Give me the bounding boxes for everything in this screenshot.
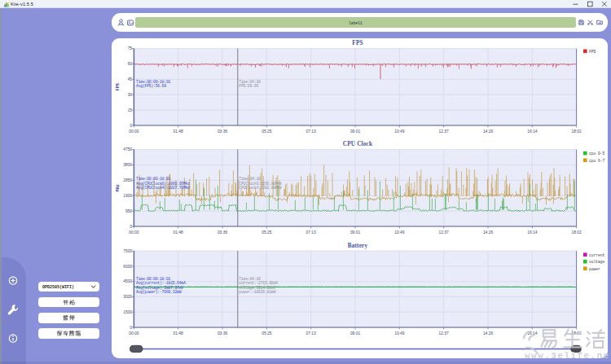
svg-text:FPS:59.96: FPS:59.96 <box>239 84 258 88</box>
svg-text:05:25: 05:25 <box>262 129 272 134</box>
svg-text:Avg(CPUClock0):1060.95MHz: Avg(CPUClock0):1060.95MHz <box>136 182 190 186</box>
svg-text:01:48: 01:48 <box>174 230 184 235</box>
svg-text:3000: 3000 <box>123 295 132 299</box>
svg-text:Time:04:10: Time:04:10 <box>239 80 261 84</box>
svg-text:00:00: 00:00 <box>129 331 139 335</box>
svg-text:12:37: 12:37 <box>438 230 449 235</box>
svg-text:voltage: voltage <box>589 260 605 264</box>
svg-text:03:36: 03:36 <box>218 331 228 335</box>
svg-text:10:49: 10:49 <box>394 129 405 134</box>
svg-text:CPU Clock: CPU Clock <box>343 140 373 147</box>
svg-text:45: 45 <box>128 77 133 81</box>
svg-text:07:13: 07:13 <box>306 230 317 235</box>
svg-text:current: current <box>589 253 605 257</box>
svg-text:FPS: FPS <box>589 50 596 54</box>
svg-text:950: 950 <box>125 209 132 213</box>
svg-text:14:26: 14:26 <box>483 230 494 235</box>
svg-text:12:37: 12:37 <box>438 129 449 134</box>
svg-text:MHz: MHz <box>116 184 121 191</box>
svg-text:0: 0 <box>130 124 132 128</box>
svg-text:Time:00:00-18:01: Time:00:00-18:01 <box>136 80 171 84</box>
svg-text:09:01: 09:01 <box>350 129 361 134</box>
svg-text:cpu 0-5: cpu 0-5 <box>589 151 605 156</box>
svg-text:14:26: 14:26 <box>483 129 494 134</box>
svg-text:01:48: 01:48 <box>174 129 184 134</box>
svg-text:CPUClock0:1036.80MHz: CPUClock0:1036.80MHz <box>239 182 282 186</box>
svg-text:16:14: 16:14 <box>527 129 538 134</box>
svg-text:Battery: Battery <box>348 242 368 249</box>
svg-text:power: power <box>589 267 600 271</box>
svg-text:Time:04:10: Time:04:10 <box>239 277 261 281</box>
svg-text:10:49: 10:49 <box>394 331 405 335</box>
svg-text:0: 0 <box>130 225 132 229</box>
svg-text:3800: 3800 <box>123 163 132 167</box>
svg-text:Avg(CPUClock4):1027.76MHz: Avg(CPUClock4):1027.76MHz <box>136 186 190 190</box>
svg-text:16:14: 16:14 <box>527 230 538 235</box>
svg-text:00:00: 00:00 <box>129 129 139 134</box>
svg-text:4750: 4750 <box>123 147 132 151</box>
svg-text:7500: 7500 <box>123 249 132 253</box>
svg-text:OPD2505(WIFI): OPD2505(WIFI) <box>42 285 74 289</box>
svg-text:0: 0 <box>130 326 132 330</box>
svg-text:Time:00:00-18:01: Time:00:00-18:01 <box>136 177 171 181</box>
svg-text:power:-10626.81mW: power:-10626.81mW <box>239 290 275 294</box>
svg-text:03:36: 03:36 <box>218 230 228 235</box>
svg-text:14:26: 14:26 <box>483 331 494 335</box>
svg-text:07:13: 07:13 <box>306 129 317 134</box>
svg-text:75: 75 <box>128 46 133 50</box>
svg-text:Time:00:00-18:01: Time:00:00-18:01 <box>136 277 171 281</box>
svg-text:Avg(current):-1815.64mA: Avg(current):-1815.64mA <box>136 281 186 285</box>
svg-text:6000: 6000 <box>123 265 132 269</box>
svg-text:FPS: FPS <box>116 83 121 90</box>
svg-text:03:36: 03:36 <box>218 129 228 134</box>
svg-text:Avg(FPS):56.69: Avg(FPS):56.69 <box>136 84 166 88</box>
svg-text:10:49: 10:49 <box>394 230 405 235</box>
svg-text:07:13: 07:13 <box>306 331 317 335</box>
svg-text:05:25: 05:25 <box>262 331 272 335</box>
svg-text:4500: 4500 <box>123 279 132 283</box>
svg-text:18:02: 18:02 <box>571 129 582 134</box>
svg-text:Time:04:10: Time:04:10 <box>239 177 261 181</box>
svg-text:CPUClock4:1382.08MHz: CPUClock4:1382.08MHz <box>239 186 282 190</box>
svg-text:current:-2715.00mA: current:-2715.00mA <box>239 281 278 285</box>
svg-text:12:37: 12:37 <box>438 331 449 335</box>
svg-text:2850: 2850 <box>123 178 132 182</box>
svg-text:Avg(power):-7060.32mW: Avg(power):-7060.32mW <box>136 290 182 294</box>
svg-text:05:25: 05:25 <box>262 230 272 235</box>
svg-text:09:01: 09:01 <box>350 230 361 235</box>
svg-text:09:01: 09:01 <box>350 331 361 335</box>
svg-text:18:02: 18:02 <box>571 230 582 235</box>
svg-text:Avg(voltage):3887.97mV: Avg(voltage):3887.97mV <box>136 286 183 290</box>
svg-text:cpu 6-7: cpu 6-7 <box>589 159 605 163</box>
svg-text:1500: 1500 <box>123 310 132 314</box>
svg-text:voltage:3914.00mV: voltage:3914.00mV <box>239 286 275 290</box>
svg-text:FPS: FPS <box>352 39 363 46</box>
svg-text:00:00: 00:00 <box>129 230 139 235</box>
svg-text:1900: 1900 <box>123 194 132 198</box>
svg-text:15: 15 <box>128 108 133 112</box>
svg-text:01:48: 01:48 <box>174 331 184 335</box>
svg-text:30: 30 <box>128 93 133 97</box>
svg-text:60: 60 <box>128 62 133 66</box>
